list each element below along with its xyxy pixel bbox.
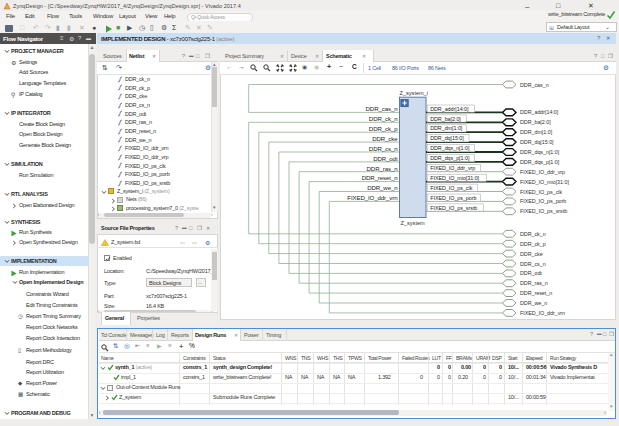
svg-text:FIXED_IO_ps_srstb: FIXED_IO_ps_srstb [520,208,567,214]
svg-text:DDR_addr[14:0]: DDR_addr[14:0] [430,106,469,112]
svg-text:DDR_dqs_n[1:0]: DDR_dqs_n[1:0] [520,149,560,155]
svg-text:DDR_odt: DDR_odt [520,270,542,276]
svg-text:DDR_dq[15:0]: DDR_dq[15:0] [520,139,554,145]
svg-text:DDR_dqs_p[1:0]: DDR_dqs_p[1:0] [430,155,470,161]
svg-text:DDR_ba[2:0]: DDR_ba[2:0] [520,119,551,125]
svg-text:DDR_cas_n: DDR_cas_n [366,105,398,112]
svg-text:DDR_ck_n: DDR_ck_n [520,231,546,237]
svg-text:DDR_cs_n: DDR_cs_n [369,145,398,152]
svg-text:DDR_ba[2:0]: DDR_ba[2:0] [430,116,461,122]
svg-text:FIXED_IO_mio[31:0]: FIXED_IO_mio[31:0] [520,179,569,185]
svg-text:DDR_cas_n: DDR_cas_n [520,82,549,88]
svg-text:DDR_dm[1:0]: DDR_dm[1:0] [430,125,463,131]
svg-text:DDR_cs_n: DDR_cs_n [520,261,546,267]
svg-text:DDR_dqs_p[1:0]: DDR_dqs_p[1:0] [520,159,560,165]
svg-text:FIXED_IO_ddr_vrp: FIXED_IO_ddr_vrp [430,165,475,171]
svg-text:FIXED_IO_ps_porb: FIXED_IO_ps_porb [520,198,566,204]
svg-text:DDR_cke: DDR_cke [520,251,543,257]
svg-text:DDR_odt: DDR_odt [373,155,398,162]
svg-text:Z_system: Z_system [401,220,426,226]
svg-text:FIXED_IO_ps_porb: FIXED_IO_ps_porb [430,195,476,201]
svg-text:FIXED_IO_mio[31:0]: FIXED_IO_mio[31:0] [430,175,479,181]
svg-text:DDR_we_n: DDR_we_n [367,184,397,191]
svg-text:DDR_dm[1:0]: DDR_dm[1:0] [520,129,553,135]
svg-text:DDR_dq[15:0]: DDR_dq[15:0] [430,135,464,141]
svg-text:FIXED_IO_ps_clk: FIXED_IO_ps_clk [430,185,472,191]
svg-text:DDR_addr[14:0]: DDR_addr[14:0] [520,109,559,115]
svg-text:DDR_dqs_n[1:0]: DDR_dqs_n[1:0] [430,145,470,151]
svg-text:DDR_cke: DDR_cke [372,135,398,142]
svg-text:DDR_ck_n: DDR_ck_n [369,115,398,122]
svg-text:FIXED_IO_ddr_vrn: FIXED_IO_ddr_vrn [520,310,565,316]
svg-text:FIXED_IO_ps_clk: FIXED_IO_ps_clk [520,189,562,195]
svg-text:DDR_we_n: DDR_we_n [520,300,547,306]
svg-text:DDR_ck_p: DDR_ck_p [520,241,546,247]
svg-text:DDR_ras_n: DDR_ras_n [367,165,398,172]
svg-text:FIXED_IO_ddr_vrp: FIXED_IO_ddr_vrp [520,169,565,175]
svg-text:FIXED_IO_ps_srstb: FIXED_IO_ps_srstb [430,205,477,211]
svg-text:DDR_ck_p: DDR_ck_p [369,125,398,132]
svg-text:DDR_reset_n: DDR_reset_n [362,174,398,181]
svg-text:FIXED_IO_ddr_vrn: FIXED_IO_ddr_vrn [347,194,397,201]
svg-text:Z_system_i: Z_system_i [400,90,429,96]
svg-text:DDR_ras_n: DDR_ras_n [520,280,548,286]
svg-text:DDR_reset_n: DDR_reset_n [520,290,552,296]
